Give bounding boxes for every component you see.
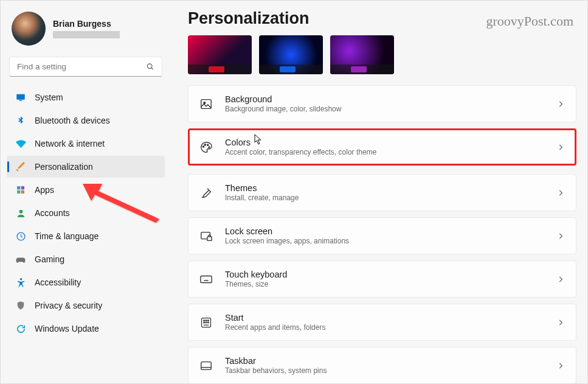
svg-point-26 (204, 319, 205, 321)
search-icon (146, 62, 154, 71)
sidebar: Brian Burgess System Bluetooth & devices… (1, 1, 171, 383)
svg-rect-7 (21, 190, 24, 194)
nav-item-personalization[interactable]: Personalization (7, 156, 165, 178)
card-sub: Install, create, manage (225, 194, 544, 202)
svg-point-8 (19, 209, 22, 213)
accessibility-icon (15, 277, 26, 288)
svg-point-13 (202, 145, 204, 147)
update-icon (15, 323, 26, 334)
nav-label: Apps (35, 185, 54, 195)
nav-label: Windows Update (35, 324, 99, 333)
nav-item-accounts[interactable]: Accounts (7, 202, 165, 224)
nav-item-accessibility[interactable]: Accessibility (7, 271, 165, 293)
system-icon (15, 92, 26, 103)
nav-item-update[interactable]: Windows Update (7, 318, 165, 340)
theme-preview-1[interactable] (188, 35, 252, 74)
card-title: Colors (225, 138, 544, 147)
card-title: Lock screen (225, 226, 544, 236)
svg-rect-6 (17, 190, 20, 194)
chevron-right-icon (556, 361, 565, 370)
profile-info: Brian Burgess (53, 19, 120, 38)
theme-preview-2[interactable] (259, 35, 323, 74)
card-title: Background (225, 94, 544, 104)
accounts-icon (15, 208, 26, 218)
svg-rect-11 (201, 99, 212, 108)
card-title: Touch keyboard (225, 270, 544, 279)
nav-item-gaming[interactable]: Gaming (7, 248, 165, 270)
nav-label: Personalization (35, 162, 93, 172)
svg-rect-33 (201, 361, 212, 369)
svg-rect-2 (16, 94, 25, 100)
svg-point-30 (206, 322, 207, 323)
svg-point-10 (19, 278, 22, 281)
theme-preview-3[interactable] (330, 35, 394, 74)
card-sub: Recent apps and items, folders (225, 323, 544, 332)
time-icon (15, 231, 26, 242)
card-themes[interactable]: Themes Install, create, manage (188, 174, 576, 211)
chevron-right-icon (556, 100, 565, 108)
svg-point-28 (208, 319, 209, 321)
card-start[interactable]: Start Recent apps and items, folders (188, 304, 576, 341)
card-title: Start (225, 313, 544, 323)
card-touchkeyboard[interactable]: Touch keyboard Themes, size (188, 260, 576, 298)
nav-item-apps[interactable]: Apps (7, 179, 165, 201)
nav: System Bluetooth & devices Network & int… (7, 86, 165, 340)
card-title: Themes (225, 183, 544, 193)
svg-line-1 (151, 68, 153, 69)
bluetooth-icon (15, 115, 26, 126)
card-lockscreen[interactable]: Lock screen Lock screen images, apps, an… (188, 217, 576, 254)
search-box[interactable] (9, 57, 162, 77)
card-title: Taskbar (225, 356, 544, 366)
taskbar-icon (199, 359, 213, 372)
themes-icon (199, 186, 213, 200)
chevron-right-icon (556, 318, 565, 327)
chevron-right-icon (556, 143, 565, 152)
keyboard-icon (199, 273, 213, 286)
nav-label: Accounts (35, 208, 70, 218)
svg-rect-18 (207, 236, 212, 240)
svg-rect-3 (19, 100, 22, 102)
nav-item-system[interactable]: System (7, 86, 165, 108)
nav-label: System (35, 93, 63, 102)
card-sub: Background image, color, slideshow (225, 105, 544, 113)
gaming-icon (15, 254, 26, 265)
svg-rect-4 (17, 186, 20, 189)
svg-rect-5 (21, 186, 24, 189)
colors-icon (199, 141, 213, 154)
card-sub: Themes, size (225, 280, 544, 288)
main-content: Personalization Background Background im… (171, 1, 587, 383)
nav-item-time[interactable]: Time & language (7, 225, 165, 247)
svg-point-27 (206, 319, 207, 321)
profile-email-redacted (53, 31, 120, 38)
lockscreen-icon (199, 229, 213, 243)
chevron-right-icon (556, 275, 565, 284)
chevron-right-icon (556, 232, 565, 240)
nav-item-bluetooth[interactable]: Bluetooth & devices (7, 110, 165, 131)
nav-label: Accessibility (35, 278, 81, 287)
watermark: groovyPost.com (486, 13, 573, 29)
card-colors[interactable]: Colors Accent color, transparency effect… (188, 128, 576, 166)
search-input[interactable] (17, 62, 146, 71)
svg-point-15 (207, 144, 209, 145)
svg-point-31 (208, 322, 209, 323)
card-background[interactable]: Background Background image, color, slid… (188, 85, 576, 122)
privacy-icon (15, 300, 26, 311)
nav-label: Time & language (35, 231, 99, 241)
theme-row (188, 35, 576, 74)
card-sub: Lock screen images, apps, animations (225, 237, 544, 245)
nav-item-privacy[interactable]: Privacy & security (7, 295, 165, 316)
card-taskbar[interactable]: Taskbar Taskbar behaviors, system pins (188, 347, 576, 383)
start-icon (199, 316, 213, 329)
nav-label: Privacy & security (35, 301, 102, 310)
nav-label: Network & internet (35, 139, 105, 148)
nav-label: Bluetooth & devices (35, 116, 110, 125)
background-icon (199, 97, 213, 111)
personalization-icon (15, 161, 26, 172)
network-icon (15, 138, 26, 149)
svg-point-16 (209, 146, 210, 147)
card-sub: Taskbar behaviors, system pins (225, 366, 544, 375)
user-profile[interactable]: Brian Burgess (7, 8, 165, 54)
nav-item-network[interactable]: Network & internet (7, 133, 165, 155)
chevron-right-icon (556, 189, 565, 197)
apps-icon (15, 184, 26, 195)
